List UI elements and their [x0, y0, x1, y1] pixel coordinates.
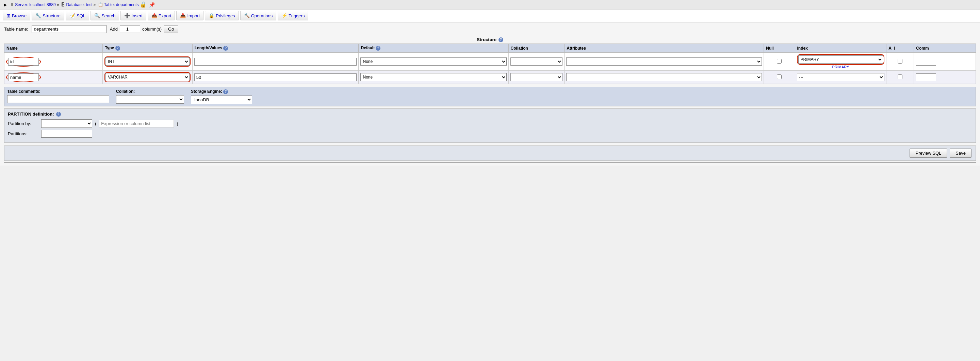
- partition-by-select[interactable]: HASH KEY RANGE LIST: [41, 119, 92, 128]
- row2-index-cell: --- PRIMARY UNIQUE INDEX: [795, 71, 886, 84]
- row2-default-select[interactable]: None NULL: [360, 73, 506, 81]
- partition-help-icon[interactable]: ?: [56, 112, 61, 117]
- row2-length-input[interactable]: [194, 73, 357, 81]
- insert-icon: ➕: [124, 13, 130, 18]
- export-icon: 📤: [151, 13, 157, 18]
- row1-type-cell: INT VARCHAR TEXT DATE DATETIME FLOAT DEC…: [103, 53, 192, 71]
- row1-collation-cell: [508, 53, 565, 71]
- go-button[interactable]: Go: [164, 25, 178, 33]
- table-comments-input[interactable]: [7, 95, 109, 103]
- row1-primary-label: PRIMARY: [797, 65, 885, 69]
- table-row: INT VARCHAR TEXT DATE DATETIME FLOAT DEC…: [5, 71, 976, 84]
- row1-length-cell: [192, 53, 359, 71]
- row2-attributes-select[interactable]: UNSIGNED: [566, 73, 762, 81]
- table-link[interactable]: Table: departments: [104, 2, 139, 7]
- row2-null-checkbox[interactable]: [777, 74, 782, 79]
- type-help-icon[interactable]: ?: [115, 46, 120, 51]
- row1-collation-select[interactable]: [511, 57, 563, 66]
- row1-attributes-select[interactable]: UNSIGNED UNSIGNED ZEROFILL on update CUR…: [566, 57, 762, 66]
- lock-icon: 🔓: [140, 2, 147, 8]
- row2-type-select[interactable]: INT VARCHAR TEXT DATE DATETIME FLOAT DEC…: [105, 73, 189, 81]
- structure-icon: 🔧: [35, 13, 41, 18]
- preview-sql-button[interactable]: Preview SQL: [910, 149, 947, 158]
- structure-help-icon[interactable]: ?: [498, 37, 503, 42]
- row2-ai-checkbox[interactable]: [898, 74, 902, 79]
- sep1: »: [57, 2, 59, 7]
- row2-comm-input[interactable]: [916, 73, 936, 81]
- row1-name-input[interactable]: [8, 58, 39, 66]
- db-icon: 🗄: [61, 2, 65, 7]
- row1-attributes-cell: UNSIGNED UNSIGNED ZEROFILL on update CUR…: [565, 53, 764, 71]
- nav-structure[interactable]: 🔧 Structure: [32, 11, 64, 21]
- col-header-comm: Comm: [914, 44, 976, 53]
- row1-index-highlight: --- PRIMARY UNIQUE INDEX FULLTEXT: [797, 54, 885, 65]
- col-header-type: Type ?: [103, 44, 192, 53]
- paren-close: ): [177, 121, 178, 126]
- add-col-group: Add column(s) Go: [110, 25, 179, 33]
- table-name-input[interactable]: [32, 25, 107, 33]
- table-comments-label: Table comments:: [7, 89, 109, 94]
- nav-insert[interactable]: ➕ Insert: [121, 11, 146, 21]
- table-comments-group: Table comments:: [7, 89, 109, 103]
- bottom-row: Table comments: Collation: Storage Engin…: [7, 89, 973, 104]
- privileges-icon: 🔒: [208, 13, 215, 18]
- collation-select[interactable]: [116, 95, 184, 104]
- nav-triggers[interactable]: ⚡ Triggers: [278, 11, 308, 21]
- row2-collation-select[interactable]: [511, 73, 563, 81]
- row2-default-cell: None NULL: [359, 71, 508, 84]
- columns-table: Name Type ? Length/Values ? Default ? Co…: [4, 44, 976, 84]
- row2-index-select[interactable]: --- PRIMARY UNIQUE INDEX: [797, 73, 885, 81]
- collation-group: Collation:: [116, 89, 184, 104]
- storage-engine-help-icon[interactable]: ?: [223, 89, 228, 94]
- id-name-highlight: [6, 57, 41, 66]
- nav-browse[interactable]: ⊞ Browse: [3, 11, 30, 21]
- col-header-length: Length/Values ?: [192, 44, 359, 53]
- nav-export[interactable]: 📤 Export: [148, 11, 175, 21]
- server-link[interactable]: Server: localhost:8889: [15, 2, 56, 7]
- row1-comm-input[interactable]: [916, 58, 936, 66]
- row1-type-select[interactable]: INT VARCHAR TEXT DATE DATETIME FLOAT DEC…: [105, 57, 189, 66]
- row1-comm-cell: [914, 53, 976, 71]
- row1-ai-cell: [886, 53, 914, 71]
- structure-header: Structure ?: [4, 36, 976, 44]
- row1-length-input[interactable]: [194, 58, 357, 66]
- nav-toolbar: ⊞ Browse 🔧 Structure 📝 SQL 🔍 Search ➕ In…: [0, 10, 980, 22]
- length-help-icon[interactable]: ?: [223, 46, 228, 51]
- nav-sql[interactable]: 📝 SQL: [66, 11, 89, 21]
- nav-arrow: ▶: [4, 2, 7, 7]
- nav-import[interactable]: 📥 Import: [176, 11, 204, 21]
- sql-icon: 📝: [69, 13, 75, 18]
- row2-name-input[interactable]: [8, 73, 39, 81]
- columns-label: column(s): [142, 27, 162, 32]
- row1-default-select[interactable]: None NULL CURRENT_TIMESTAMP: [360, 57, 506, 66]
- table-row: INT VARCHAR TEXT DATE DATETIME FLOAT DEC…: [5, 53, 976, 71]
- bottom-separator: [4, 162, 976, 163]
- col-header-ai: A_I: [886, 44, 914, 53]
- partitions-input[interactable]: [41, 130, 92, 138]
- add-columns-input[interactable]: [120, 25, 140, 33]
- partitions-label: Partitions:: [8, 131, 38, 136]
- row1-index-select[interactable]: --- PRIMARY UNIQUE INDEX FULLTEXT: [798, 55, 883, 63]
- partition-expr-input[interactable]: [99, 120, 174, 127]
- default-help-icon[interactable]: ?: [375, 46, 380, 51]
- row1-null-checkbox[interactable]: [777, 59, 782, 63]
- col-header-index: Index: [795, 44, 886, 53]
- nav-privileges[interactable]: 🔒 Privileges: [205, 11, 239, 21]
- sep2: »: [94, 2, 96, 7]
- nav-search[interactable]: 🔍 Search: [91, 11, 119, 21]
- db-link[interactable]: Database: test: [66, 2, 92, 7]
- col-header-default: Default ?: [359, 44, 508, 53]
- row2-null-cell: [764, 71, 795, 84]
- nav-operations[interactable]: 🔨 Operations: [240, 11, 277, 21]
- partition-header: PARTITION definition: ?: [8, 111, 972, 117]
- partition-by-label: Partition by:: [8, 121, 38, 126]
- storage-engine-select[interactable]: InnoDB MyISAM MEMORY CSV: [191, 95, 252, 104]
- add-label: Add: [110, 27, 118, 32]
- row1-ai-checkbox[interactable]: [898, 59, 902, 63]
- row1-null-cell: [764, 53, 795, 71]
- partitions-row: Partitions:: [8, 130, 972, 138]
- save-button[interactable]: Save: [950, 149, 972, 158]
- pin-icon: 📌: [149, 2, 155, 8]
- operations-icon: 🔨: [244, 13, 250, 18]
- main-content: Table name: Add column(s) Go Structure ?…: [0, 22, 980, 166]
